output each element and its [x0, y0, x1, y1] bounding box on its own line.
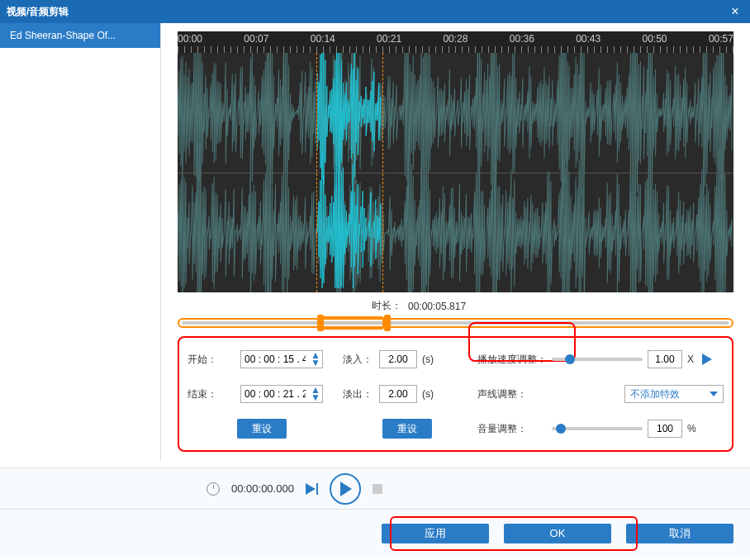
timeline-tick: 00:43 — [576, 33, 600, 48]
timeline-tick: 00:28 — [443, 33, 468, 48]
reset1-wrap: 重设 — [188, 419, 336, 439]
ok-button[interactable]: OK — [504, 524, 611, 543]
end-spinner[interactable]: ▲▼ — [311, 387, 320, 401]
spinner-down-icon[interactable]: ▼ — [311, 359, 320, 367]
play-icon — [340, 482, 352, 496]
fadeout-unit: (s) — [422, 388, 434, 400]
col-time: 开始： ▲▼ 结束： ▲▼ 重设 — [188, 349, 336, 439]
row-start: 开始： ▲▼ — [188, 349, 336, 369]
timeline-tick: 00:00 — [178, 33, 202, 48]
sidebar-item-file[interactable]: Ed Sheeran-Shape Of... — [0, 23, 160, 48]
timeline-tick: 00:07 — [244, 33, 268, 48]
skip-end-icon[interactable] — [306, 483, 318, 495]
end-label: 结束： — [188, 387, 235, 401]
main: Ed Sheeran-Shape Of... 00:0000:0700:1400… — [0, 23, 750, 461]
speed-input[interactable] — [648, 350, 682, 368]
start-input-field[interactable] — [244, 354, 306, 365]
row-fadein: 淡入： (s) — [343, 349, 471, 369]
close-icon[interactable]: × — [727, 4, 743, 19]
reset-time-button[interactable]: 重设 — [237, 419, 287, 439]
playbar: 00:00:00.000 — [0, 467, 750, 509]
speed-unit: X — [687, 354, 694, 365]
speed-play-icon[interactable] — [702, 354, 712, 365]
speed-label: 播放速度调整： — [477, 353, 547, 367]
window-title: 视频/音频剪辑 — [7, 5, 69, 19]
row-voice: 声线调整： 不添加特效 — [477, 384, 724, 404]
col-adjust: 播放速度调整： X 声线调整： 不添加特效 音量调整： — [477, 349, 724, 439]
fadeout-label: 淡出： — [343, 387, 374, 401]
titlebar: 视频/音频剪辑 × — [0, 0, 750, 23]
clock-icon — [206, 482, 220, 496]
volume-input[interactable] — [648, 420, 682, 438]
volume-knob[interactable] — [556, 424, 566, 434]
volume-label: 音量调整： — [477, 422, 547, 436]
speed-knob[interactable] — [565, 354, 575, 364]
sidebar: Ed Sheeran-Shape Of... — [0, 23, 161, 461]
reset2-wrap: 重设 — [343, 419, 471, 439]
chevron-down-icon — [710, 392, 718, 396]
end-input-field[interactable] — [244, 388, 306, 400]
cancel-button[interactable]: 取消 — [626, 524, 733, 543]
waveform-selection-wave — [317, 53, 382, 288]
start-spinner[interactable]: ▲▼ — [311, 352, 320, 367]
volume-unit: % — [687, 423, 696, 434]
duration-value: 00:00:05.817 — [408, 301, 466, 312]
sidebar-item-label: Ed Sheeran-Shape Of... — [10, 30, 116, 41]
fadeout-input[interactable] — [379, 385, 417, 403]
waveform[interactable] — [178, 53, 733, 292]
controls-panel: 开始： ▲▼ 结束： ▲▼ 重设 — [178, 336, 733, 452]
timeline-tick: 00:14 — [311, 33, 335, 48]
timeline-tick: 00:36 — [510, 33, 534, 48]
stop-icon[interactable] — [373, 484, 382, 494]
voice-selected: 不添加特效 — [630, 387, 680, 401]
spinner-down-icon[interactable]: ▼ — [311, 394, 320, 401]
apply-button[interactable]: 应用 — [382, 524, 489, 543]
range-selection[interactable] — [317, 316, 383, 330]
timeline: 00:0000:0700:1400:2100:2800:3600:4300:50… — [178, 31, 733, 46]
footer: 应用 OK 取消 — [0, 509, 750, 557]
volume-slider[interactable] — [552, 427, 643, 430]
voice-label: 声线调整： — [477, 387, 547, 401]
waveform-divider — [178, 173, 733, 173]
waveform-selection[interactable] — [316, 53, 383, 292]
speed-slider[interactable] — [552, 358, 643, 361]
reset-fade-button[interactable]: 重设 — [382, 419, 432, 439]
start-label: 开始： — [188, 353, 235, 367]
timeline-tick: 00:57 — [709, 33, 733, 48]
row-fadeout: 淡出： (s) — [343, 384, 471, 404]
row-end: 结束： ▲▼ — [188, 384, 336, 404]
timeline-tick: 00:50 — [643, 33, 667, 48]
duration-row: 时长： 00:00:05.817 — [178, 299, 733, 313]
fadein-input[interactable] — [379, 350, 417, 368]
play-button[interactable] — [330, 473, 361, 505]
voice-dropdown[interactable]: 不添加特效 — [624, 385, 724, 403]
duration-label: 时长： — [372, 299, 401, 313]
end-input[interactable]: ▲▼ — [240, 385, 323, 403]
range-handle-right[interactable] — [384, 315, 391, 331]
range-handle-left[interactable] — [317, 315, 324, 331]
timeline-ticks: 00:0000:0700:1400:2100:2800:3600:4300:50… — [178, 31, 733, 46]
row-volume: 音量调整： % — [477, 419, 724, 439]
col-fade: 淡入： (s) 淡出： (s) 重设 — [343, 349, 471, 439]
content: 00:0000:0700:1400:2100:2800:3600:4300:50… — [161, 23, 750, 461]
row-speed: 播放速度调整： X — [477, 349, 724, 369]
playbar-time: 00:00:00.000 — [231, 482, 294, 495]
fadein-label: 淡入： — [343, 353, 374, 367]
timeline-tick: 00:21 — [377, 33, 401, 48]
range-slider[interactable] — [178, 318, 733, 328]
range-track — [183, 321, 729, 325]
start-input[interactable]: ▲▼ — [240, 350, 323, 368]
fadein-unit: (s) — [422, 354, 434, 365]
